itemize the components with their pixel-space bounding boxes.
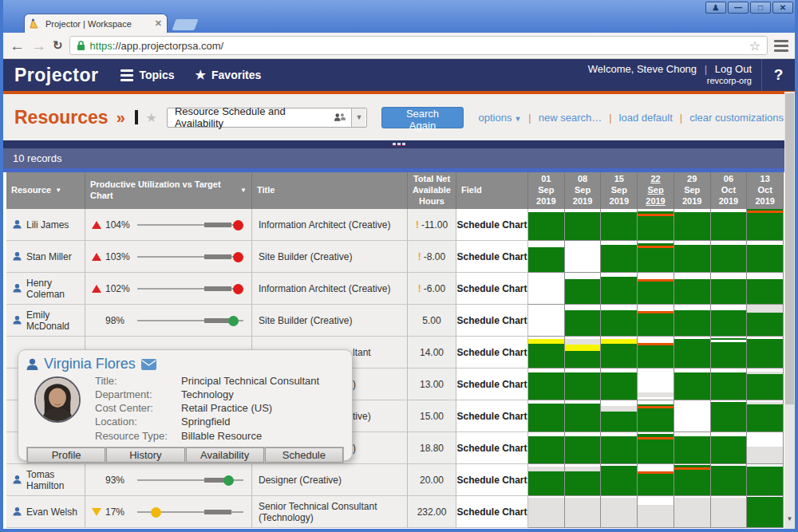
schedule-cell[interactable] (528, 337, 565, 368)
browser-menu-icon[interactable] (774, 40, 788, 52)
schedule-cell[interactable] (528, 368, 565, 400)
schedule-cell[interactable] (638, 464, 674, 496)
schedule-cell[interactable] (674, 273, 711, 305)
schedule-cell[interactable] (711, 241, 748, 273)
schedule-cell[interactable] (565, 273, 602, 305)
toolbar-link[interactable]: clear customizations (689, 112, 784, 124)
tab-close-icon[interactable]: ✕ (155, 18, 162, 29)
schedule-cell[interactable] (565, 368, 602, 400)
schedule-cell[interactable] (528, 305, 565, 337)
schedule-cell[interactable] (638, 432, 674, 464)
schedule-cell[interactable] (747, 209, 784, 241)
bookmark-star-icon[interactable]: ☆ (749, 38, 760, 53)
resource-name[interactable]: Evan Welsh (26, 506, 77, 518)
profile-window-button[interactable]: ♟ (705, 2, 726, 14)
week-column-header[interactable]: 01 Sep 2019 (528, 172, 565, 209)
schedule-cell[interactable] (601, 496, 638, 528)
schedule-cell[interactable] (565, 241, 602, 273)
back-icon[interactable]: ← (10, 38, 25, 53)
toolbar-link[interactable]: load default (619, 112, 673, 124)
schedule-cell[interactable] (601, 209, 638, 241)
schedule-cell[interactable] (747, 368, 784, 400)
schedule-cell[interactable] (674, 432, 711, 464)
report-selector[interactable]: Resource Schedule and Availability ▼ (167, 108, 367, 128)
schedule-cell[interactable] (601, 305, 638, 337)
resource-name[interactable]: Lili James (26, 219, 69, 231)
schedule-cell[interactable] (565, 400, 602, 432)
schedule-cell[interactable] (747, 464, 784, 496)
resource-name[interactable]: Stan Miller (26, 251, 72, 262)
resource-name[interactable]: Henry Coleman (26, 278, 85, 300)
resource-name[interactable]: Emily McDonald (26, 309, 85, 332)
schedule-cell[interactable] (747, 273, 784, 305)
schedule-cell[interactable] (565, 209, 602, 241)
favorite-toggle-icon[interactable]: ★ (146, 110, 157, 125)
logout-link[interactable]: Log Out (715, 63, 752, 75)
forward-icon[interactable]: → (31, 38, 46, 53)
schedule-cell[interactable] (711, 496, 748, 528)
column-header[interactable]: Field (456, 172, 528, 209)
schedule-cell[interactable] (711, 305, 748, 337)
scrollbar-thumb[interactable] (785, 93, 794, 404)
popup-resource-name[interactable]: Virginia Flores (44, 356, 136, 372)
schedule-cell[interactable] (747, 400, 784, 432)
schedule-cell[interactable] (747, 305, 784, 337)
splitter-handle[interactable] (3, 140, 795, 148)
week-column-header[interactable]: 06 Oct 2019 (711, 172, 748, 209)
popup-action-button[interactable]: Profile (27, 447, 105, 463)
schedule-cell[interactable] (565, 305, 602, 337)
popup-action-button[interactable]: Availability (186, 447, 264, 463)
schedule-cell[interactable] (711, 400, 748, 432)
column-header[interactable]: Productive Utilization vs Target Chart▼ (85, 172, 252, 209)
schedule-cell[interactable] (528, 209, 565, 241)
minimize-button[interactable]: — (728, 2, 749, 14)
popup-action-button[interactable]: Schedule (265, 447, 343, 463)
schedule-cell[interactable] (674, 305, 711, 337)
schedule-cell[interactable] (601, 368, 638, 400)
schedule-cell[interactable] (565, 432, 602, 464)
toolbar-link[interactable]: new search… (539, 112, 602, 124)
schedule-cell[interactable] (601, 400, 638, 432)
schedule-cell[interactable] (674, 464, 711, 496)
schedule-cell[interactable] (528, 241, 565, 273)
email-icon[interactable] (141, 359, 156, 370)
search-again-button[interactable]: Search Again (381, 107, 464, 128)
resource-cell[interactable]: Evan Welsh (6, 496, 85, 528)
schedule-cell[interactable] (711, 368, 748, 400)
schedule-cell[interactable] (638, 209, 674, 241)
selector-dropdown-arrow[interactable]: ▼ (351, 108, 365, 127)
schedule-cell[interactable] (674, 496, 711, 528)
schedule-cell[interactable] (565, 496, 602, 528)
resource-cell[interactable]: Tomas Hamilton (6, 464, 85, 496)
schedule-cell[interactable] (528, 496, 565, 528)
schedule-cell[interactable] (711, 432, 748, 464)
schedule-cell[interactable] (601, 432, 638, 464)
column-header[interactable]: Total Net Available Hours (408, 172, 456, 209)
reload-icon[interactable]: ↻ (53, 38, 63, 53)
scrollbar-down-arrow[interactable]: ▼ (784, 515, 795, 522)
week-column-header[interactable]: 08 Sep 2019 (565, 172, 602, 209)
schedule-cell[interactable] (638, 496, 674, 528)
maximize-button[interactable]: □ (750, 2, 771, 14)
nav-topics[interactable]: Topics (120, 69, 174, 81)
schedule-cell[interactable] (674, 368, 711, 400)
schedule-cell[interactable] (711, 464, 748, 496)
schedule-cell[interactable] (747, 496, 784, 528)
resource-cell[interactable]: Henry Coleman (6, 273, 85, 305)
schedule-cell[interactable] (601, 464, 638, 496)
popup-action-button[interactable]: History (106, 447, 184, 463)
schedule-cell[interactable] (638, 337, 674, 368)
schedule-cell[interactable] (674, 400, 711, 432)
schedule-cell[interactable] (565, 464, 602, 496)
schedule-cell[interactable] (638, 273, 674, 305)
schedule-cell[interactable] (528, 432, 565, 464)
week-column-header[interactable]: 22 Sep 2019 (638, 172, 674, 209)
schedule-cell[interactable] (674, 209, 711, 241)
schedule-cell[interactable] (674, 241, 711, 273)
nav-favorites[interactable]: ★ Favorites (196, 68, 262, 82)
schedule-cell[interactable] (528, 273, 565, 305)
schedule-cell[interactable] (638, 305, 674, 337)
schedule-cell[interactable] (747, 337, 784, 368)
new-tab-button[interactable] (172, 19, 198, 30)
schedule-cell[interactable] (601, 241, 638, 273)
